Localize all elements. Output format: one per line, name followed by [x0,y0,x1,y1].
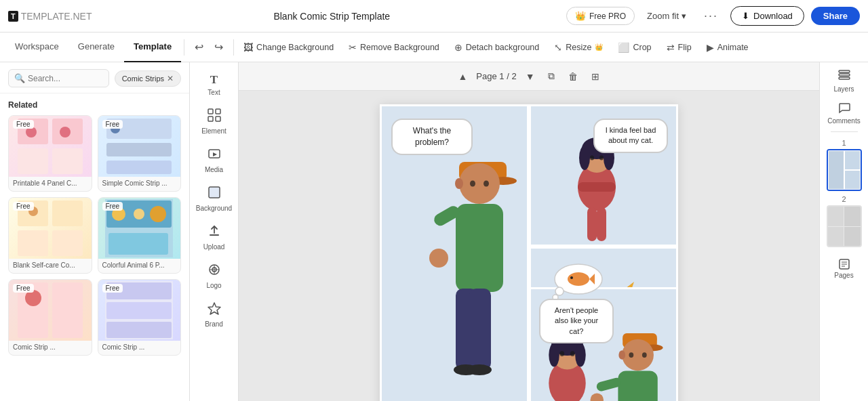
redo-button[interactable]: ↪ [210,37,228,57]
more-options-button[interactable]: ··· [698,6,724,26]
background-label: Background [196,205,232,212]
thumb-cell [844,227,861,247]
svg-rect-27 [106,322,172,338]
search-input[interactable] [28,74,103,83]
layers-item[interactable]: Layers [820,62,868,97]
zoom-button[interactable]: Zoom fit ▾ [642,7,692,24]
card-badge: Free [102,284,123,293]
svg-rect-49 [587,207,597,241]
svg-rect-50 [597,207,606,241]
template-card[interactable]: Free Blank Self-care Co... [8,197,92,274]
free-pro-button[interactable]: 👑 Free PRO [566,7,635,25]
background-icon [208,186,221,203]
svg-rect-20 [108,233,168,255]
svg-point-70 [570,276,573,279]
layers-icon [837,69,851,83]
crop-button[interactable]: ⬜ Crop [611,39,658,56]
page-next-button[interactable]: ▼ [522,70,538,83]
background-tool-item[interactable]: Background [193,180,236,217]
element-icon [208,108,221,125]
template-card[interactable]: Free Simple Comic Strip ... [98,115,182,192]
svg-rect-22 [52,282,83,338]
search-box: 🔍 [8,69,109,87]
svg-point-5 [60,127,71,138]
animate-button[interactable]: ▶ Animate [700,39,755,56]
flip-button[interactable]: ⇄ Flip [660,39,698,56]
nav-generate[interactable]: Generate [68,33,124,62]
nav-template[interactable]: Template [124,33,181,62]
template-card[interactable]: Free Comic Strip ... [98,279,182,356]
media-tool-item[interactable]: Media [193,142,236,179]
remove-bg-button[interactable]: ✂ Remove Background [342,39,446,56]
svg-rect-104 [618,371,657,401]
svg-point-92 [575,343,586,367]
tag-pill[interactable]: Comic Strips ✕ [115,70,181,87]
card-title: Comic Strip ... [98,341,181,355]
tag-close-icon[interactable]: ✕ [167,74,174,83]
more-page-button[interactable]: ⊞ [587,68,604,85]
svg-rect-62 [469,289,491,370]
download-icon: ⬇ [742,11,749,21]
nav-workspace[interactable]: Workspace [5,33,68,62]
page-prev-button[interactable]: ▲ [455,70,471,83]
logo-text: TEMPLATE.NET [21,11,92,22]
brand-label: Brand [205,320,223,328]
page-2-number: 2 [842,195,846,203]
brand-tool-item[interactable]: Brand [193,296,236,333]
template-panel: Related Free Printable 4 Panel C... Free… [0,93,189,401]
character-man-1 [418,116,527,401]
layers-label: Layers [833,85,854,93]
card-badge: Free [13,202,34,211]
undo-button[interactable]: ↩ [190,37,208,57]
svg-point-46 [590,156,594,161]
svg-point-91 [549,343,559,367]
svg-rect-3 [52,148,83,174]
delete-page-button[interactable]: 🗑 [564,68,582,85]
svg-rect-58 [456,204,503,292]
svg-rect-7 [106,143,172,156]
comments-item[interactable]: Comments [820,97,868,129]
crop-label: Crop [633,43,651,52]
svg-rect-30 [208,117,213,121]
template-card[interactable]: Free Colorful Animal 6 P... [98,197,182,274]
page-1-thumbnail[interactable] [827,149,862,191]
remove-bg-icon: ✂ [349,42,357,53]
upload-tool-item[interactable]: Upload [193,219,236,256]
page-2-thumbnail[interactable] [827,205,862,247]
svg-rect-34 [209,187,220,198]
flip-icon: ⇄ [667,42,675,53]
resize-button[interactable]: ⤡ Resize 👑 [547,39,610,56]
share-button[interactable]: Share [811,7,860,25]
page-label: Page 1 / 2 [476,71,516,81]
toolbar-items: 🖼 Change Background ✂ Remove Background … [237,39,863,56]
duplicate-page-button[interactable]: ⧉ [544,68,559,85]
speech-bubble-2: What's the problem? [391,119,473,155]
svg-rect-109 [839,77,850,79]
svg-rect-11 [52,200,83,226]
download-button[interactable]: ⬇ Download [730,6,804,26]
canvas-paper: I kinda feel bad about my cat. [380,104,678,401]
media-label: Media [205,166,223,173]
element-label: Element [201,127,226,135]
text-label: Text [208,89,220,96]
resize-crown-icon: 👑 [595,43,603,51]
media-icon [208,147,221,164]
template-card[interactable]: Free Comic Strip ... [8,279,92,356]
element-tool-item[interactable]: Element [193,103,236,140]
change-bg-button[interactable]: 🖼 Change Background [237,39,340,56]
nav-divider [184,39,184,56]
text-tool-item[interactable]: T Text [193,68,236,102]
svg-point-106 [591,393,604,401]
logo-tool-item[interactable]: Logo [193,257,236,295]
animate-icon: ▶ [707,42,714,53]
flip-label: Flip [678,43,692,52]
template-card[interactable]: Free Printable 4 Panel C... [8,115,92,192]
search-row: 🔍 Comic Strips ✕ [8,69,181,87]
svg-rect-36 [210,234,219,236]
nav-divider-2 [233,39,234,56]
pages-button[interactable]: Pages [820,253,868,282]
thumb-cell [844,150,861,170]
detach-bg-button[interactable]: ⊕ Detach background [448,39,546,56]
card-badge: Free [102,202,123,211]
template-grid: Free Printable 4 Panel C... Free Simple … [8,115,181,356]
